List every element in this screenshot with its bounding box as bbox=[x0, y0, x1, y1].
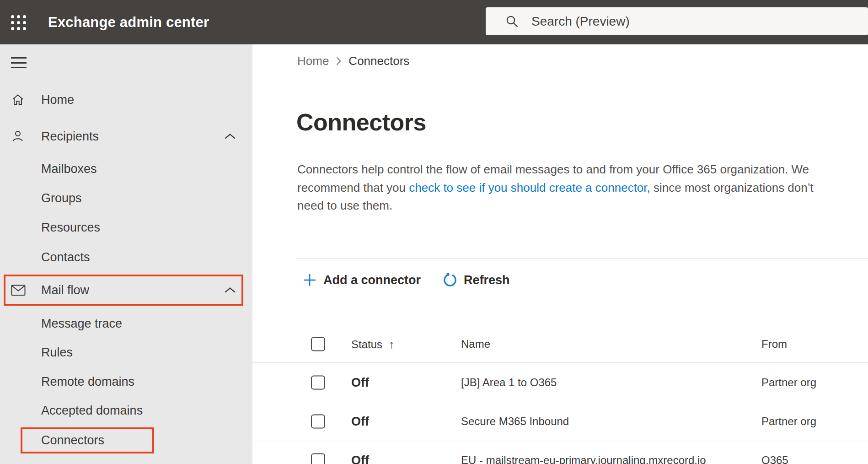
sort-ascending-icon: ↑ bbox=[389, 338, 395, 351]
row-name[interactable]: EU - mailstream-eu-primary.journaling.mx… bbox=[461, 454, 706, 464]
row-from: O365 bbox=[761, 454, 788, 464]
chevron-up-icon bbox=[224, 287, 236, 293]
table-header-row: Status↑ Name From bbox=[252, 326, 868, 363]
sidebar-item-label: Mailboxes bbox=[41, 162, 97, 176]
column-header-name[interactable]: Name bbox=[461, 338, 490, 351]
sidebar-nav: Home Recipients Mailboxes Groups Resourc… bbox=[0, 44, 252, 464]
chevron-up-icon bbox=[224, 133, 236, 140]
description-line: need to use them. bbox=[297, 197, 814, 215]
create-connector-link[interactable]: check to see if you should create a conn… bbox=[409, 181, 650, 194]
app-title: Exchange admin center bbox=[48, 0, 209, 44]
nav-collapse-button[interactable] bbox=[0, 50, 37, 76]
column-header-from[interactable]: From bbox=[761, 338, 787, 351]
description-line: recommend that you check to see if you s… bbox=[297, 179, 814, 197]
add-connector-button[interactable]: Add a connector bbox=[303, 273, 421, 287]
page-description: Connectors help control the flow of emai… bbox=[297, 161, 814, 215]
column-header-label: Status bbox=[351, 338, 382, 351]
plus-icon bbox=[303, 273, 316, 287]
sidebar-item-recipients[interactable]: Recipients bbox=[0, 124, 252, 149]
breadcrumb-chevron-icon bbox=[336, 56, 342, 66]
row-from: Partner org bbox=[761, 415, 816, 428]
envelope-icon bbox=[11, 283, 26, 297]
row-status: Off bbox=[351, 414, 369, 428]
refresh-button[interactable]: Refresh bbox=[442, 272, 510, 288]
sidebar-item-connectors[interactable]: Connectors bbox=[0, 427, 252, 453]
sidebar-item-message-trace[interactable]: Message trace bbox=[0, 311, 252, 336]
sidebar-item-mailboxes[interactable]: Mailboxes bbox=[0, 156, 252, 182]
home-icon bbox=[11, 92, 26, 107]
row-status: Off bbox=[351, 375, 369, 389]
sidebar-item-label: Connectors bbox=[41, 433, 104, 448]
table-row[interactable]: Off [JB] Area 1 to O365 Partner org bbox=[252, 363, 868, 402]
row-name[interactable]: [JB] Area 1 to O365 bbox=[461, 376, 557, 389]
row-from: Partner org bbox=[761, 376, 816, 389]
select-all-checkbox[interactable] bbox=[311, 337, 325, 351]
description-text: recommend that you bbox=[297, 181, 409, 194]
toolbar-divider bbox=[296, 258, 868, 259]
app-launcher-button[interactable] bbox=[7, 11, 29, 33]
hamburger-icon bbox=[11, 57, 27, 69]
add-connector-label: Add a connector bbox=[323, 273, 421, 287]
sidebar-item-label: Recipients bbox=[41, 129, 99, 144]
table-row[interactable]: Off EU - mailstream-eu-primary.journalin… bbox=[252, 441, 868, 464]
person-icon bbox=[11, 129, 26, 144]
sidebar-item-label: Accepted domains bbox=[41, 404, 143, 418]
sidebar-item-resources[interactable]: Resources bbox=[0, 215, 252, 240]
row-checkbox[interactable] bbox=[311, 414, 325, 428]
search-box[interactable] bbox=[486, 7, 868, 35]
refresh-label: Refresh bbox=[464, 273, 510, 287]
column-header-status[interactable]: Status↑ bbox=[351, 338, 395, 351]
breadcrumb: Home Connectors bbox=[297, 52, 409, 70]
sidebar-item-label: Rules bbox=[41, 345, 73, 360]
search-icon bbox=[505, 14, 520, 29]
sidebar-item-label: Contacts bbox=[41, 250, 90, 264]
sidebar-item-rules[interactable]: Rules bbox=[0, 340, 252, 365]
sidebar-item-remote-domains[interactable]: Remote domains bbox=[0, 369, 252, 394]
sidebar-item-label: Resources bbox=[41, 221, 100, 235]
description-line: Connectors help control the flow of emai… bbox=[297, 161, 814, 179]
search-input[interactable] bbox=[530, 14, 825, 29]
sidebar-item-label: Message trace bbox=[41, 317, 122, 331]
row-status: Off bbox=[351, 453, 369, 464]
sidebar-item-label: Remote domains bbox=[41, 375, 134, 389]
sidebar-item-label: Home bbox=[41, 93, 74, 107]
row-name[interactable]: Secure M365 Inbound bbox=[461, 415, 569, 428]
sidebar-item-home[interactable]: Home bbox=[0, 87, 252, 113]
row-checkbox[interactable] bbox=[311, 453, 325, 464]
refresh-icon bbox=[442, 272, 458, 288]
breadcrumb-home-link[interactable]: Home bbox=[297, 54, 329, 68]
breadcrumb-current: Connectors bbox=[348, 54, 409, 68]
toolbar: Add a connector Refresh bbox=[303, 270, 510, 291]
sidebar-item-accepted-domains[interactable]: Accepted domains bbox=[0, 398, 252, 423]
main-content: Home Connectors Connectors Connectors he… bbox=[252, 44, 868, 464]
page-title: Connectors bbox=[296, 108, 426, 136]
description-text: since most organizations don’t bbox=[650, 181, 814, 194]
row-checkbox[interactable] bbox=[311, 375, 325, 389]
sidebar-item-label: Groups bbox=[41, 191, 82, 205]
sidebar-item-contacts[interactable]: Contacts bbox=[0, 244, 252, 270]
waffle-grid-icon bbox=[11, 15, 26, 30]
sidebar-item-label: Mail flow bbox=[41, 283, 89, 297]
sidebar-item-mail-flow[interactable]: Mail flow bbox=[0, 277, 252, 303]
sidebar-item-groups[interactable]: Groups bbox=[0, 185, 252, 211]
table-row[interactable]: Off Secure M365 Inbound Partner org bbox=[252, 402, 868, 441]
top-bar: Exchange admin center bbox=[0, 0, 868, 44]
